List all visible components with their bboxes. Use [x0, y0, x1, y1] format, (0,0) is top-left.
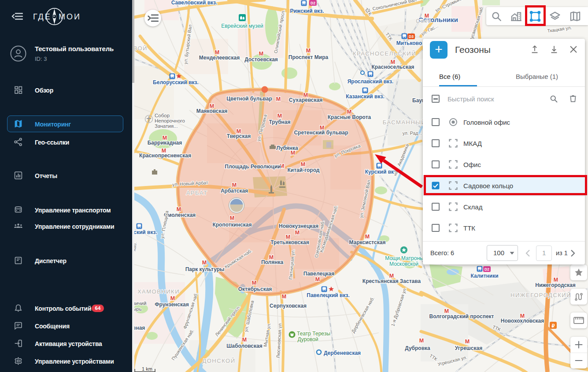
svg-text:М: М — [259, 51, 263, 57]
svg-text:Нижегородская: Нижегородская — [535, 282, 576, 288]
svg-text:М: М — [177, 206, 181, 212]
svg-text:М: М — [295, 230, 300, 236]
svg-text:ХАМОВНИКИ: ХАМОВНИКИ — [137, 288, 180, 295]
svg-text:1 km: 1 km — [142, 366, 152, 372]
svg-text:D3: D3 — [409, 34, 414, 39]
svg-text:Проспект Мира: Проспект Мира — [288, 54, 329, 60]
svg-text:ОВОЙ: ОВОЙ — [134, 45, 148, 52]
svg-text:М: М — [465, 339, 470, 345]
svg-text:Площадь Революции: Площадь Революции — [225, 164, 281, 170]
svg-text:Савеловский вкз.: Савеловский вкз. — [171, 0, 218, 6]
svg-text:КРАСНОСЕЛЬСКИЙ: КРАСНОСЕЛЬСКИЙ — [353, 50, 416, 57]
svg-text:D2: D2 — [311, 1, 315, 5]
svg-text:М: М — [315, 276, 320, 283]
svg-text:М: М — [252, 280, 256, 286]
svg-text:Театр Терезы: Театр Терезы — [297, 331, 330, 337]
svg-text:₽: ₽ — [552, 323, 555, 328]
svg-text:Красные Ворота: Красные Ворота — [328, 114, 371, 120]
svg-text:Митьково: Митьково — [396, 40, 422, 46]
svg-text:ДОНСКОЙ: ДОНСКОЙ — [202, 357, 235, 364]
svg-text:Новокузнецкая: Новокузнецкая — [279, 223, 318, 229]
svg-text:Менделеевская: Менделеевская — [199, 55, 240, 61]
svg-text:Зачатия...: Зачатия... — [155, 123, 178, 129]
svg-text:Белорусский вкз.: Белорусский вкз. — [153, 79, 199, 86]
svg-text:М: М — [242, 337, 247, 343]
svg-text:Соко: Соко — [416, 18, 432, 24]
svg-text:Маяковская: Маяковская — [196, 108, 227, 114]
svg-text:Еврейский музей: Еврейский музей — [221, 23, 263, 29]
svg-text:Собор: Собор — [155, 113, 170, 118]
svg-text:Московской: Московской — [389, 261, 418, 267]
svg-text:Серпуховская: Серпуховская — [270, 303, 307, 309]
svg-text:Красносельская: Красносельская — [371, 64, 414, 70]
svg-text:Ярославский вкз.: Ярославский вкз. — [348, 78, 394, 85]
svg-text:М: М — [170, 295, 175, 301]
svg-text:Мощи Матроны: Мощи Матроны — [385, 255, 423, 261]
svg-text:Дубровка: Дубровка — [405, 345, 430, 351]
svg-text:Сретенский бульвар: Сретенский бульвар — [294, 130, 348, 136]
svg-text:Павелецкий вкз.: Павелецкий вкз. — [307, 292, 349, 298]
svg-text:М: М — [277, 113, 282, 119]
svg-text:Кропоткинская: Кропоткинская — [212, 222, 251, 228]
svg-text:М: М — [276, 96, 281, 102]
svg-text:Сухаревская: Сухаревская — [289, 97, 322, 103]
svg-text:М: М — [202, 260, 207, 266]
svg-text:Дербеневская: Дербеневская — [324, 350, 361, 356]
svg-text:Трубная: Трубная — [269, 119, 290, 125]
svg-text:Полянка: Полянка — [261, 259, 284, 265]
svg-text:М: М — [230, 215, 234, 221]
svg-text:Новохохловская: Новохохловская — [501, 318, 544, 324]
svg-text:D2: D2 — [484, 267, 489, 272]
svg-text:М: М — [306, 48, 311, 54]
svg-text:Угрешская: Угрешская — [455, 345, 482, 351]
svg-text:Дуровой: Дуровой — [297, 336, 318, 342]
svg-text:Краснопресненская: Краснопресненская — [139, 153, 191, 159]
svg-text:Фрунзенская: Фрунзенская — [155, 301, 189, 308]
svg-text:М: М — [282, 294, 286, 300]
svg-text:Непорочного: Непорочного — [155, 118, 185, 123]
svg-text:ский вкз.: ский вкз. — [134, 229, 157, 235]
svg-text:Тверская: Тверская — [227, 133, 251, 139]
svg-text:вичий: вичий — [134, 301, 146, 306]
svg-text:Лубянка: Лубянка — [276, 145, 298, 151]
svg-text:Цветной бульвар: Цветной бульвар — [226, 96, 272, 102]
svg-text:Китай-город: Китай-город — [288, 167, 320, 173]
svg-text:Достоевская: Достоевская — [244, 56, 278, 63]
svg-text:Казанский вкз.: Казанский вкз. — [346, 93, 384, 100]
svg-text:Баррикадная: Баррикадная — [148, 140, 182, 146]
svg-text:вная: вная — [134, 325, 145, 331]
svg-text:М: М — [365, 234, 370, 240]
svg-text:Арбатская: Арбатская — [221, 188, 248, 194]
svg-text:Волгоградский проспект: Волгоградский проспект — [429, 313, 494, 320]
svg-text:Павелецкая: Павелецкая — [303, 271, 334, 277]
svg-text:ырь: ырь — [134, 306, 142, 312]
svg-text:Калитники: Калитники — [470, 273, 498, 279]
svg-text:БАСМАННЫЙ: БАСМАННЫЙ — [383, 119, 426, 126]
svg-text:Парк культуры: Парк культуры — [185, 266, 225, 272]
svg-text:АРБАТ: АРБАТ — [186, 190, 208, 196]
svg-text:Третьяковская: Третьяковская — [270, 239, 309, 246]
svg-text:Рижский вкз.: Рижский вкз. — [290, 8, 324, 14]
svg-text:М: М — [301, 161, 305, 167]
svg-text:НИЖЕГОРОДСКИЙ: НИЖЕГОРОДСКИЙ — [510, 292, 571, 298]
svg-text:Крестьянская Застава: Крестьянская Застава — [362, 278, 421, 284]
svg-text:М: М — [232, 182, 237, 188]
svg-text:Марксистская: Марксистская — [349, 239, 386, 246]
svg-text:ул. Рад...: ул. Рад... — [403, 130, 422, 136]
svg-text:М: М — [419, 338, 424, 344]
svg-text:Шаболовская: Шаболовская — [226, 343, 262, 349]
svg-text:Октябрьская: Октябрьская — [238, 286, 272, 292]
